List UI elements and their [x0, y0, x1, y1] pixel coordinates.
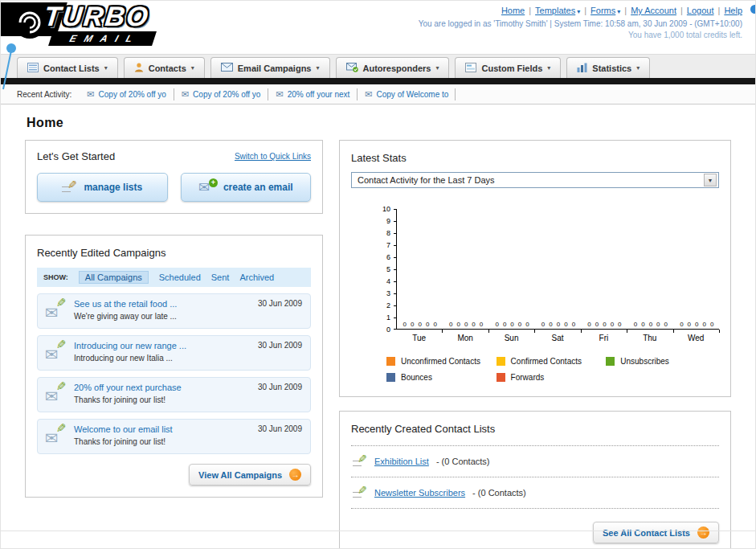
pencil-icon: ✎ — [56, 421, 67, 436]
logo-text-turbo: TURBO — [43, 1, 151, 32]
tab-label: Contact Lists — [43, 64, 100, 73]
campaign-title-link[interactable]: Welcome to our email list — [74, 424, 251, 434]
legend-label: Bounces — [401, 373, 432, 382]
x-axis-tick — [534, 330, 535, 333]
top-nav-links: Home|Templates▾|Forms▾|My Account|Logout… — [419, 6, 742, 15]
decorative-blue-antenna — [1, 41, 18, 91]
tab-custom-fields[interactable]: Custom Fields▾ — [455, 57, 561, 78]
tab-email-campaigns[interactable]: Email Campaigns▾ — [210, 57, 330, 78]
filter-archived[interactable]: Archived — [239, 272, 274, 282]
recent-activity-item[interactable]: ✉Copy of 20% off yo — [80, 88, 174, 100]
data-value: 0 — [572, 321, 575, 328]
campaign-date: 30 Jun 2009 — [258, 299, 302, 322]
chevron-down-icon: ▾ — [104, 64, 108, 72]
turbo-email-logo: TURBO EMAIL — [1, 2, 226, 49]
edit-campaign-icon: ✉✎ — [44, 341, 67, 363]
chart-zero-values: 00000 — [674, 321, 720, 328]
tab-label: Email Campaigns — [238, 64, 312, 73]
chevron-down-icon: ▾ — [617, 8, 620, 15]
x-axis-tick-label: Sun — [488, 330, 534, 342]
legend-swatch — [606, 357, 615, 366]
y-axis-tick — [394, 293, 397, 294]
data-value: 0 — [411, 321, 414, 328]
y-axis-tick-label: 4 — [376, 277, 390, 285]
x-axis-tick — [581, 330, 582, 333]
data-value: 0 — [710, 321, 713, 328]
top-link-forms[interactable]: Forms — [590, 6, 615, 15]
recent-activity-label: Recent Activity: — [17, 90, 72, 99]
link-separator: | — [529, 6, 531, 15]
manage-lists-button[interactable]: ✎ manage lists — [37, 173, 168, 202]
stats-period-select[interactable]: Contact Activity for the Last 7 Days ▼ — [351, 172, 719, 188]
top-link-my-account[interactable]: My Account — [631, 6, 676, 15]
pencil-icon: ✎ — [62, 181, 76, 194]
campaign-texts: See us at the retail food ...We're givin… — [74, 299, 251, 322]
top-link-help[interactable]: Help — [724, 6, 742, 15]
campaign-list: ✉✎See us at the retail food ...We're giv… — [37, 293, 311, 454]
campaign-list-item: ✉✎20% off your next purchaseThanks for j… — [37, 377, 311, 412]
data-value: 0 — [680, 321, 683, 328]
recent-activity-bar: Recent Activity: ✉Copy of 20% off yo✉Cop… — [1, 84, 755, 104]
view-all-campaigns-button[interactable]: View All Campaigns → — [189, 464, 311, 485]
main-content: Home Let's Get Started Switch to Quick L… — [1, 104, 755, 549]
data-value: 0 — [503, 321, 506, 328]
stats-period-value: Contact Activity for the Last 7 Days — [358, 175, 495, 185]
campaign-date: 30 Jun 2009 — [258, 341, 302, 363]
contact-list-name-link[interactable]: Newsletter Subscribers — [374, 488, 465, 498]
recent-campaigns-panel: Recently Edited Campaigns SHOW: All Camp… — [25, 235, 323, 498]
chart-x-axis-labels: TueMonSunSatFriThuWed — [396, 330, 719, 342]
get-started-panel: Let's Get Started Switch to Quick Links … — [25, 140, 323, 214]
y-axis-tick-label: 10 — [376, 205, 390, 213]
tab-autoresponders[interactable]: Autoresponders▾ — [336, 57, 450, 78]
tab-contact-lists[interactable]: Contact Lists▾ — [17, 57, 118, 78]
campaign-title-link[interactable]: Introducing our new range ... — [74, 341, 251, 350]
legend-item-confirmed-contacts: Confirmed Contacts — [497, 357, 607, 366]
x-axis-tick — [442, 330, 443, 333]
credits-info: You have 1,000 total credits left. — [419, 31, 742, 39]
recent-activity-item[interactable]: ✉20% off your next — [268, 88, 358, 100]
legend-label: Unconfirmed Contacts — [401, 357, 480, 366]
chart-zero-values: 00000 — [535, 321, 581, 328]
y-axis-tick — [394, 318, 397, 318]
tab-statistics[interactable]: Statistics▾ — [566, 57, 650, 78]
main-nav-tabbar: Contact Lists▾Contacts▾Email Campaigns▾A… — [1, 54, 755, 78]
campaign-subtitle: Introducing our new Italia ... — [74, 354, 251, 363]
see-all-contact-lists-button[interactable]: See All Contact Lists → — [593, 522, 719, 543]
switch-quick-links-link[interactable]: Switch to Quick Links — [235, 152, 311, 161]
top-link-templates[interactable]: Templates — [535, 6, 575, 15]
campaign-title-link[interactable]: See us at the retail food ... — [74, 299, 251, 309]
data-value: 0 — [656, 321, 660, 328]
top-header: TURBO EMAIL Home|Templates▾|Forms▾|My Ac… — [1, 1, 755, 54]
page-title: Home — [27, 116, 731, 130]
see-all-contact-lists-label: See All Contact Lists — [603, 528, 690, 538]
filter-all-campaigns[interactable]: All Campaigns — [79, 271, 149, 284]
activity-item-label: Copy of 20% off yo — [99, 90, 166, 99]
envelope-icon: ✉ — [276, 89, 283, 100]
decorative-blue-dot — [750, 5, 756, 14]
legend-swatch — [386, 357, 395, 366]
recent-activity-item[interactable]: ✉Copy of Welcome to — [358, 88, 456, 100]
tab-contacts[interactable]: Contacts▾ — [124, 57, 205, 78]
top-link-home[interactable]: Home — [501, 6, 525, 15]
x-axis-tick-label: Wed — [673, 330, 719, 342]
campaign-title-link[interactable]: 20% off your next purchase — [74, 383, 251, 392]
x-axis-tick — [627, 330, 627, 333]
filter-scheduled[interactable]: Scheduled — [159, 272, 201, 282]
filter-sent[interactable]: Sent — [211, 272, 230, 282]
data-value: 0 — [703, 321, 706, 328]
contact-list-item: ✎Exhibition List- (0 Contacts) — [351, 446, 719, 477]
data-value: 0 — [541, 321, 545, 328]
contact-list-count: - (0 Contacts) — [436, 457, 490, 466]
link-separator: | — [584, 6, 586, 15]
top-link-logout[interactable]: Logout — [687, 6, 714, 15]
contact-list-name-link[interactable]: Exhibition List — [374, 457, 429, 466]
y-axis-tick-label: 0 — [376, 326, 390, 334]
envelope-icon: ✉ — [87, 89, 94, 100]
chart-zero-values: 00000 — [489, 321, 535, 328]
legend-item-unconfirmed-contacts: Unconfirmed Contacts — [386, 357, 497, 366]
data-value: 0 — [449, 321, 452, 328]
envelope-plus-icon: ✉+ — [198, 182, 216, 194]
create-email-button[interactable]: ✉+ create an email — [181, 173, 312, 202]
recent-activity-item[interactable]: ✉Copy of 20% off yo — [174, 88, 269, 100]
legend-swatch — [497, 357, 505, 366]
